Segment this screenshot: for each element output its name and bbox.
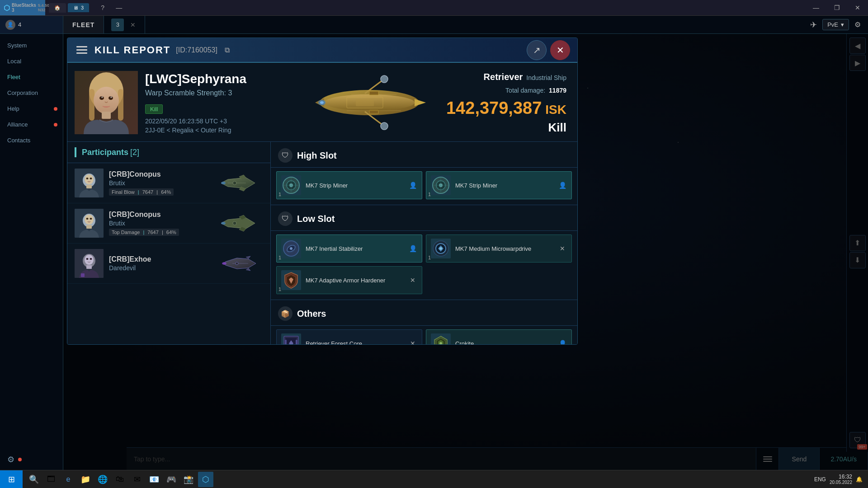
ship-class: Retriever bbox=[484, 72, 523, 82]
list-item[interactable]: 1 Retriever Forest Core ✕ bbox=[276, 329, 422, 344]
home-tab[interactable]: 🏠 bbox=[49, 3, 66, 13]
participant-details-3: [CRB]Exhoe Daredevil bbox=[109, 255, 215, 272]
item-name-3: MK7 Inertial Stabilizer bbox=[306, 245, 408, 252]
item-name-5: MK7 Adaptive Armor Hardener bbox=[306, 277, 408, 284]
close-button[interactable]: ✕ bbox=[847, 0, 868, 16]
item-name-4: MK7 Medium Microwarpdrive bbox=[455, 245, 558, 252]
list-item[interactable]: 1 MK7 Strip Miner 👤 bbox=[276, 171, 422, 199]
armor-hardener-icon bbox=[281, 270, 301, 290]
bottom-section: Participants [2] bbox=[67, 142, 577, 344]
svg-rect-11 bbox=[89, 89, 94, 121]
svg-point-45 bbox=[86, 218, 89, 220]
svg-point-28 bbox=[320, 101, 324, 104]
item-remove-5[interactable]: ✕ bbox=[408, 276, 417, 285]
participant-portrait-1 bbox=[75, 169, 104, 197]
sidebar-item-fleet[interactable]: Fleet bbox=[0, 69, 63, 85]
hamburger-line-2 bbox=[76, 49, 87, 51]
sidebar-menu: System Local Fleet Corporation Help Alli… bbox=[0, 34, 63, 449]
edge-icon[interactable]: e bbox=[61, 472, 76, 487]
others-header: 📦 Others bbox=[271, 300, 577, 326]
others-title: Others bbox=[297, 309, 326, 319]
sidebar-item-system[interactable]: System bbox=[0, 38, 63, 53]
ship-svg bbox=[311, 71, 428, 134]
start-button[interactable]: ⊞ bbox=[0, 470, 23, 488]
modal-close-button[interactable]: ✕ bbox=[550, 40, 570, 60]
search-taskbar-icon[interactable]: 🔍 bbox=[26, 472, 42, 487]
svg-point-41 bbox=[221, 182, 226, 184]
svg-point-17 bbox=[110, 97, 112, 98]
svg-rect-47 bbox=[86, 225, 92, 229]
svg-point-72 bbox=[290, 247, 292, 250]
game-tab[interactable]: 🖥 3 bbox=[68, 3, 89, 12]
list-item[interactable]: 1 MK7 Medium Microwarpdrive ✕ bbox=[426, 235, 572, 263]
kill-type-label: Kill bbox=[548, 121, 566, 135]
app3-icon[interactable]: 📸 bbox=[181, 472, 196, 487]
strip-miner-icon-2 bbox=[431, 175, 451, 195]
svg-rect-56 bbox=[81, 273, 85, 277]
table-row[interactable]: [CRB]Exhoe Daredevil bbox=[67, 244, 270, 284]
bluestacks-taskbar-icon[interactable]: ⬡ bbox=[198, 472, 213, 487]
item-remove-6[interactable]: ✕ bbox=[408, 339, 417, 344]
export-button[interactable]: ↗ bbox=[527, 40, 547, 60]
help-icon[interactable]: ? bbox=[96, 1, 109, 14]
table-row[interactable]: [CRB]Conopus Brutix Final Blow | 7647 | … bbox=[67, 163, 270, 203]
victim-portrait bbox=[75, 71, 138, 134]
list-item[interactable]: 1 MK7 Adaptive Armor Hardener ✕ bbox=[276, 266, 422, 294]
svg-point-54 bbox=[90, 258, 92, 260]
participants-count: [2] bbox=[130, 148, 139, 157]
participants-list: [CRB]Conopus Brutix Final Blow | 7647 | … bbox=[67, 163, 270, 344]
total-damage-val: 11879 bbox=[549, 87, 566, 94]
filter-icon[interactable]: ⚙ bbox=[854, 20, 861, 29]
store-icon[interactable]: 🛍 bbox=[112, 472, 127, 487]
strip-miner-icon-1 bbox=[281, 175, 301, 195]
participant-details-1: [CRB]Conopus Brutix Final Blow | 7647 | … bbox=[109, 170, 215, 196]
window-controls: — ❐ ✕ bbox=[806, 0, 868, 16]
retriever-core-icon bbox=[281, 333, 301, 344]
user-row: 👤 4 bbox=[0, 16, 63, 34]
file-explorer-icon[interactable]: 📁 bbox=[78, 472, 93, 487]
high-slot-title: High Slot bbox=[297, 150, 337, 161]
svg-rect-18 bbox=[102, 112, 111, 119]
svg-point-58 bbox=[222, 262, 226, 265]
minimize-button[interactable]: — bbox=[806, 0, 826, 16]
notification-icon[interactable]: 🔔 bbox=[856, 476, 863, 483]
damage-row: Total damage: 11879 bbox=[505, 87, 566, 94]
sidebar-item-corporation[interactable]: Corporation bbox=[0, 85, 63, 101]
settings-icon[interactable]: — bbox=[113, 1, 125, 14]
item-qty-3: 1 bbox=[278, 255, 281, 260]
pve-selector[interactable]: PvE ▾ bbox=[822, 19, 849, 30]
gear-icon[interactable]: ⚙ bbox=[7, 455, 14, 465]
app1-icon[interactable]: 📧 bbox=[146, 472, 162, 487]
fleet-tab[interactable]: FLEET bbox=[63, 16, 104, 33]
taskview-icon[interactable]: 🗔 bbox=[43, 472, 59, 487]
item-person-icon-3: 👤 bbox=[408, 244, 417, 253]
modal-overlay: KILL REPORT [ID:7160053] ⧉ ↗ ✕ bbox=[63, 34, 868, 470]
table-row[interactable]: [CRB]Conopus Brutix Top Damage | 7647 | … bbox=[67, 203, 270, 244]
kill-badge: Kill bbox=[145, 104, 163, 114]
maximize-button[interactable]: ❐ bbox=[826, 0, 847, 16]
participant-ship-2: Brutix bbox=[109, 220, 215, 227]
list-item[interactable]: 1 MK7 Strip Miner 👤 bbox=[426, 171, 572, 199]
game-top-bar: FLEET 3 ✕ ✈ PvE ▾ ⚙ bbox=[63, 16, 868, 34]
participant-ship-3: Daredevil bbox=[109, 264, 215, 272]
tab-close-button[interactable]: ✕ bbox=[128, 20, 137, 29]
sidebar-item-alliance[interactable]: Alliance bbox=[0, 117, 63, 132]
victim-location: 2JJ-0E < Regalia < Outer Ring bbox=[145, 127, 306, 134]
list-item[interactable]: 1 MK7 Inertial Stabilizer 👤 bbox=[276, 235, 422, 263]
list-item[interactable]: 1 Crokite 👤 bbox=[426, 329, 572, 344]
chrome-icon[interactable]: 🌐 bbox=[95, 472, 110, 487]
svg-point-36 bbox=[86, 178, 89, 179]
sidebar-item-local[interactable]: Local bbox=[0, 53, 63, 69]
user-icon: 👤 bbox=[5, 20, 15, 30]
copy-icon[interactable]: ⧉ bbox=[225, 46, 230, 54]
hamburger-button[interactable] bbox=[75, 43, 89, 57]
participant-ship-img-3 bbox=[219, 250, 259, 277]
svg-rect-38 bbox=[86, 185, 92, 188]
item-remove-4[interactable]: ✕ bbox=[558, 244, 567, 253]
item-person-icon-2: 👤 bbox=[558, 181, 567, 190]
sidebar-item-help[interactable]: Help bbox=[0, 101, 63, 117]
mail-icon[interactable]: ✉ bbox=[129, 472, 145, 487]
app2-icon[interactable]: 🎮 bbox=[164, 472, 179, 487]
sidebar-item-contacts[interactable]: Contacts bbox=[0, 132, 63, 148]
svg-rect-32 bbox=[369, 110, 378, 114]
